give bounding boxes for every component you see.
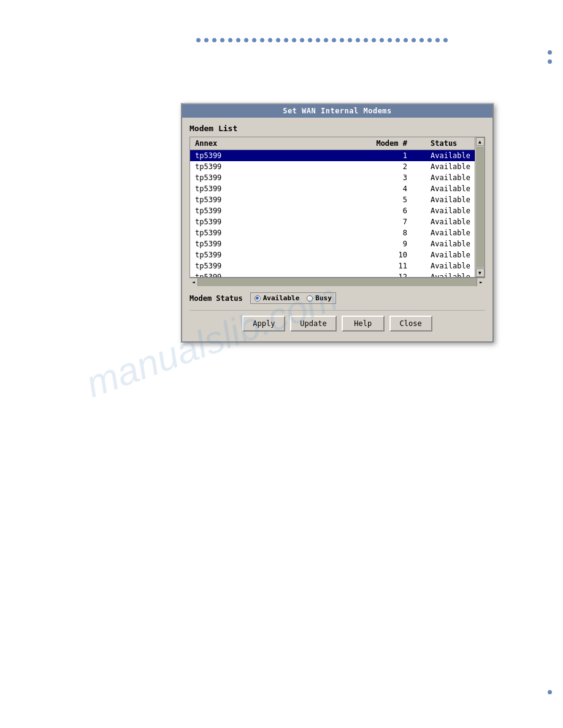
table-scroll-area[interactable]: Annex Modem # Status tp5399 1 Available … [190,137,484,277]
scroll-track [476,146,484,268]
cell-annex: tp5399 [190,183,352,194]
hscroll-right-button[interactable]: ► [477,278,485,286]
dialog-body: Modem List Annex Modem # Status [182,118,492,341]
cell-annex: tp5399 [190,194,352,205]
table-row[interactable]: tp5399 8 Available [190,227,484,238]
cell-modem-num: 10 [352,249,426,260]
cell-annex: tp5399 [190,238,352,249]
radio-available-indicator [255,295,261,301]
close-button[interactable]: Close [389,316,432,332]
table-row[interactable]: tp5399 11 Available [190,260,484,271]
table-row[interactable]: tp5399 9 Available [190,238,484,249]
table-row[interactable]: tp5399 1 Available [190,150,484,162]
modem-list-title: Modem List [190,124,485,133]
buttons-row: Apply Update Help Close [190,310,485,335]
hscroll-left-button[interactable]: ◄ [190,278,198,286]
cell-annex: tp5399 [190,150,352,162]
table-row[interactable]: tp5399 10 Available [190,249,484,260]
radio-available[interactable]: Available [255,294,300,302]
cell-annex: tp5399 [190,260,352,271]
cell-modem-num: 12 [352,271,426,277]
table-wrapper: Annex Modem # Status tp5399 1 Available … [190,137,485,286]
table-row[interactable]: tp5399 6 Available [190,205,484,216]
cell-modem-num: 6 [352,205,426,216]
cell-annex: tp5399 [190,249,352,260]
modem-table-container[interactable]: Annex Modem # Status tp5399 1 Available … [190,137,485,278]
radio-busy[interactable]: Busy [307,294,332,302]
table-row[interactable]: tp5399 12 Available [190,271,484,277]
modem-status-radio-group[interactable]: Available Busy [250,292,336,304]
cell-annex: tp5399 [190,227,352,238]
cell-modem-num: 4 [352,183,426,194]
table-row[interactable]: tp5399 7 Available [190,216,484,227]
cell-annex: tp5399 [190,271,352,277]
cell-modem-num: 9 [352,238,426,249]
cell-annex: tp5399 [190,216,352,227]
cell-annex: tp5399 [190,205,352,216]
table-row[interactable]: tp5399 5 Available [190,194,484,205]
help-button[interactable]: Help [342,316,385,332]
column-header-annex: Annex [190,137,352,150]
radio-busy-indicator [307,295,313,301]
decorative-dots-right [548,49,552,64]
scroll-down-button[interactable]: ▼ [476,268,484,277]
vertical-scrollbar[interactable]: ▲ ▼ [475,137,484,277]
dialog-title: Set WAN Internal Modems [283,107,392,115]
modem-status-label: Modem Status [190,294,243,303]
modem-status-row: Modem Status Available Busy [190,292,485,304]
table-row[interactable]: tp5399 2 Available [190,161,484,172]
cell-modem-num: 11 [352,260,426,271]
radio-available-label: Available [263,294,300,302]
decorative-dots-top [196,37,551,61]
cell-modem-num: 1 [352,150,426,162]
radio-busy-label: Busy [315,294,332,302]
cell-modem-num: 7 [352,216,426,227]
column-header-modem-num: Modem # [352,137,426,150]
apply-button[interactable]: Apply [242,316,285,332]
modem-table: Annex Modem # Status tp5399 1 Available … [190,137,484,277]
cell-modem-num: 3 [352,172,426,183]
hscroll-track [198,278,477,286]
table-row[interactable]: tp5399 3 Available [190,172,484,183]
cell-annex: tp5399 [190,172,352,183]
cell-annex: tp5399 [190,161,352,172]
table-row[interactable]: tp5399 4 Available [190,183,484,194]
decorative-dot-bottom [548,690,552,694]
cell-modem-num: 8 [352,227,426,238]
dialog-titlebar: Set WAN Internal Modems [182,104,492,118]
set-wan-internal-modems-dialog: Set WAN Internal Modems Modem List Annex… [181,103,494,343]
cell-modem-num: 2 [352,161,426,172]
scroll-up-button[interactable]: ▲ [476,137,484,146]
horizontal-scrollbar[interactable]: ◄ ► [190,278,485,286]
update-button[interactable]: Update [290,316,336,332]
cell-modem-num: 5 [352,194,426,205]
